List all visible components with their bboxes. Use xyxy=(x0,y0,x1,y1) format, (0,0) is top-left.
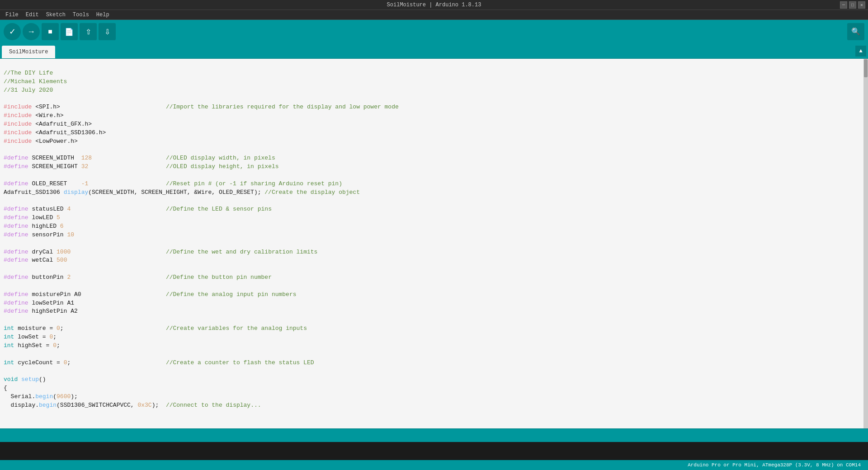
menu-bar: File Edit Sketch Tools Help xyxy=(0,10,868,20)
menu-file[interactable]: File xyxy=(2,11,22,19)
toolbar: ✓ → ■ 📄 ⇧ ⇩ 🔍 xyxy=(0,20,868,43)
console-area xyxy=(0,442,868,460)
tab-bar: SoilMoisture ▲ xyxy=(0,43,868,59)
scrollbar-thumb[interactable] xyxy=(864,59,868,77)
code-editor[interactable]: //The DIY Life //Michael Klements //31 J… xyxy=(0,59,863,428)
minimize-button[interactable]: ─ xyxy=(840,1,847,9)
maximize-button[interactable]: □ xyxy=(849,1,856,9)
editor-area: //The DIY Life //Michael Klements //31 J… xyxy=(0,59,868,428)
debug-button[interactable]: ■ xyxy=(42,23,59,40)
title-bar-controls: ─ □ ✕ xyxy=(840,1,865,9)
board-info: Arduino Pro or Pro Mini, ATmega328P (3.3… xyxy=(688,462,861,468)
search-icon[interactable]: 🔍 xyxy=(847,23,864,40)
open-button[interactable]: ⇧ xyxy=(80,23,97,40)
status-bar xyxy=(0,428,868,442)
new-button[interactable]: 📄 xyxy=(61,23,78,40)
save-button[interactable]: ⇩ xyxy=(99,23,116,40)
tab-expand-icon[interactable]: ▲ xyxy=(855,46,866,56)
menu-tools[interactable]: Tools xyxy=(69,11,93,19)
menu-edit[interactable]: Edit xyxy=(22,11,42,19)
vertical-scrollbar[interactable] xyxy=(863,59,868,428)
title-bar: SoilMoisture | Arduino 1.8.13 ─ □ ✕ xyxy=(0,0,868,10)
verify-button[interactable]: ✓ xyxy=(4,23,21,40)
tab-soilmoisture[interactable]: SoilMoisture xyxy=(2,46,55,58)
title-bar-text: SoilMoisture | Arduino 1.8.13 xyxy=(4,2,864,8)
menu-sketch[interactable]: Sketch xyxy=(42,11,69,19)
bottom-status-bar: Arduino Pro or Pro Mini, ATmega328P (3.3… xyxy=(0,460,868,470)
close-button[interactable]: ✕ xyxy=(858,1,865,9)
upload-button[interactable]: → xyxy=(23,23,40,40)
menu-help[interactable]: Help xyxy=(93,11,113,19)
